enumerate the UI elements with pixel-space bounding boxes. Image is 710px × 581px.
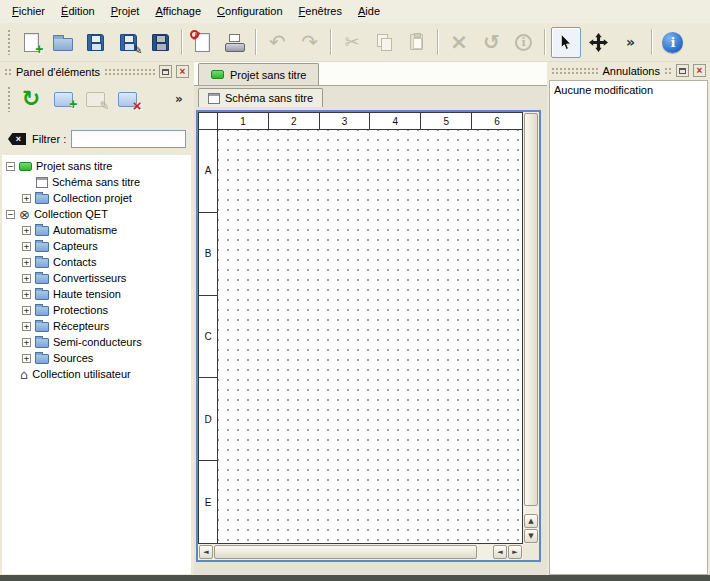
- toolbar-drag-handle[interactable]: [7, 29, 12, 55]
- vertical-scrollbar[interactable]: ▲ ▼: [523, 112, 539, 544]
- delete-element-icon: ×: [118, 92, 137, 107]
- tree-collapse-icon[interactable]: −: [6, 210, 15, 219]
- cut-button[interactable]: ✂: [337, 27, 367, 58]
- tree-expand-icon[interactable]: +: [22, 290, 31, 299]
- save-as-button[interactable]: ✎: [113, 27, 143, 58]
- elements-panel-close-button[interactable]: ×: [176, 65, 189, 78]
- select-mode-button[interactable]: [551, 27, 581, 58]
- panel-overflow-button[interactable]: »: [170, 84, 188, 114]
- tree-expand-icon[interactable]: +: [22, 258, 31, 267]
- tree-expand-icon[interactable]: +: [22, 194, 31, 203]
- pan-mode-button[interactable]: [583, 27, 613, 58]
- menu-affichage[interactable]: Affichage: [147, 0, 209, 23]
- tree-item-automatisme[interactable]: + Automatisme: [2, 222, 191, 238]
- tree-item-collection-qet[interactable]: − ⊗ Collection QET: [2, 206, 191, 222]
- folder-icon: [35, 354, 49, 364]
- tree-item-schema[interactable]: Schéma sans titre: [2, 174, 191, 190]
- folder-icon: [35, 194, 49, 204]
- tree-collapse-icon[interactable]: −: [6, 162, 15, 171]
- folder-icon: [35, 338, 49, 348]
- tree-expand-icon[interactable]: +: [22, 274, 31, 283]
- tree-item-sources[interactable]: + Sources: [2, 350, 191, 366]
- save-all-icon: [152, 34, 169, 51]
- tree-expand-icon[interactable]: +: [22, 322, 31, 331]
- menu-fichier[interactable]: Fichier: [4, 0, 53, 23]
- toolbar-overflow-button[interactable]: »: [615, 27, 645, 58]
- tree-item-convertisseurs[interactable]: + Convertisseurs: [2, 270, 191, 286]
- tree-expand-icon[interactable]: +: [22, 242, 31, 251]
- menu-fenetres[interactable]: Fenêtres: [291, 0, 350, 23]
- close-file-button[interactable]: [188, 27, 218, 58]
- tree-item-protections[interactable]: + Protections: [2, 302, 191, 318]
- save-all-button[interactable]: [145, 27, 175, 58]
- undo-panel-titlebar[interactable]: Annulations ×: [549, 62, 708, 79]
- elements-panel-title: Panel d'éléments: [16, 66, 100, 78]
- tree-item-label: Schéma sans titre: [52, 176, 140, 188]
- menu-aide[interactable]: Aide: [350, 0, 388, 23]
- redo-button[interactable]: ↷: [295, 27, 325, 58]
- tree-expand-icon[interactable]: +: [22, 354, 31, 363]
- scroll-right-button[interactable]: ►: [508, 545, 522, 559]
- about-button[interactable]: i: [658, 27, 688, 58]
- toolbar-drag-handle[interactable]: [7, 86, 12, 112]
- tree-expand-icon[interactable]: +: [22, 226, 31, 235]
- element-info-button[interactable]: i: [508, 27, 538, 58]
- paste-button[interactable]: [402, 27, 432, 58]
- tree-item-recepteurs[interactable]: + Récepteurs: [2, 318, 191, 334]
- row-header: D: [199, 378, 217, 461]
- new-document-button[interactable]: +: [16, 27, 46, 58]
- reload-collections-button[interactable]: ↻: [16, 84, 46, 114]
- undo-empty-message: Aucune modification: [554, 84, 653, 96]
- horizontal-scrollbar-thumb[interactable]: [214, 545, 477, 559]
- scrollbar-corner: [523, 544, 539, 560]
- scroll-up-button[interactable]: ▲: [524, 514, 538, 528]
- tree-item-semi-conducteurs[interactable]: + Semi-conducteurs: [2, 334, 191, 350]
- scroll-left-button[interactable]: ◄: [199, 545, 213, 559]
- elements-panel-titlebar[interactable]: Panel d'éléments ×: [2, 63, 191, 80]
- tree-item-haute-tension[interactable]: + Haute tension: [2, 286, 191, 302]
- tree-expand-icon[interactable]: +: [22, 306, 31, 315]
- toolbar-separator: [437, 29, 439, 55]
- undo-history-list[interactable]: Aucune modification: [549, 80, 708, 575]
- undo-button[interactable]: ↶: [262, 27, 292, 58]
- tree-item-collection-projet[interactable]: + Collection projet: [2, 190, 191, 206]
- print-button[interactable]: [220, 27, 250, 58]
- save-button[interactable]: [81, 27, 111, 58]
- tree-item-project[interactable]: − Projet sans titre: [2, 158, 191, 174]
- redo-icon: ↷: [301, 32, 318, 52]
- vertical-scrollbar-thumb[interactable]: [524, 113, 538, 506]
- new-element-button[interactable]: +: [48, 84, 78, 114]
- row-ruler: A B C D E: [199, 130, 218, 543]
- menu-configuration[interactable]: Configuration: [209, 0, 290, 23]
- clear-filter-button[interactable]: ×: [7, 131, 27, 147]
- diagram-grid-canvas[interactable]: [218, 130, 522, 543]
- elements-panel-float-button[interactable]: [159, 65, 172, 78]
- window-bottom-edge: [0, 575, 710, 581]
- schema-tab[interactable]: Schéma sans titre: [198, 88, 323, 107]
- tree-expand-icon[interactable]: +: [22, 338, 31, 347]
- menu-edition[interactable]: Édition: [53, 0, 103, 23]
- toolbar-separator: [544, 29, 546, 55]
- undo-panel-float-button[interactable]: [676, 64, 689, 77]
- delete-element-button[interactable]: ×: [112, 84, 142, 114]
- open-project-button[interactable]: [48, 27, 78, 58]
- tree-item-contacts[interactable]: + Contacts: [2, 254, 191, 270]
- project-tab[interactable]: Projet sans titre: [198, 63, 319, 85]
- filter-input[interactable]: [71, 130, 186, 148]
- folder-icon: [35, 274, 49, 284]
- diagram-sheet[interactable]: 1 2 3 4 5 6 A B C D E: [198, 112, 523, 544]
- arrow-left-icon: ◄: [203, 549, 208, 556]
- tree-item-capteurs[interactable]: + Capteurs: [2, 238, 191, 254]
- rotate-button[interactable]: ↺: [476, 27, 506, 58]
- menu-projet[interactable]: Projet: [103, 0, 148, 23]
- about-info-icon: i: [662, 32, 683, 53]
- edit-element-button[interactable]: ✎: [80, 84, 110, 114]
- tree-item-collection-utilisateur[interactable]: ⌂ Collection utilisateur: [2, 366, 191, 382]
- tree-item-label: Collection utilisateur: [32, 368, 130, 380]
- scroll-down-button[interactable]: ▼: [524, 529, 538, 543]
- delete-button[interactable]: ×: [444, 27, 474, 58]
- scroll-left-button-2[interactable]: ◄: [493, 545, 507, 559]
- horizontal-scrollbar[interactable]: ◄ ◄ ►: [198, 544, 523, 560]
- copy-button[interactable]: [369, 27, 399, 58]
- undo-panel-close-button[interactable]: ×: [693, 64, 706, 77]
